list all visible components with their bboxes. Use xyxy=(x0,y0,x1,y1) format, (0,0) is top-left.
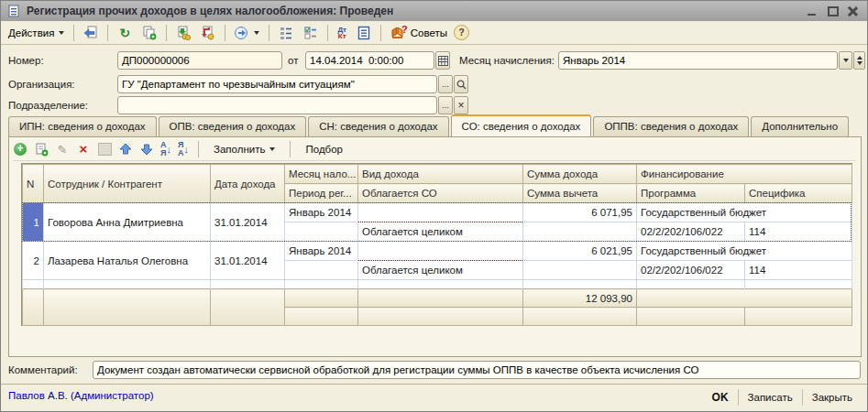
current-user: Павлов А.В. (Администратор) xyxy=(8,390,154,401)
table-toolbar: + ✎ × АЯ↓ ЯА↓ Заполнить Подбор xyxy=(13,138,856,161)
checklist-icon xyxy=(303,26,318,40)
end-icon xyxy=(98,143,112,156)
copy-button[interactable] xyxy=(138,23,160,42)
reread-button[interactable] xyxy=(80,23,102,42)
program-cell[interactable]: 02/2/202/106/022 xyxy=(637,222,745,242)
organization-label: Организация: xyxy=(8,75,75,93)
tab-bar: ИПН: сведения о доходах ОПВ: сведения о … xyxy=(8,114,849,136)
advice-label: Советы xyxy=(411,27,447,38)
chevron-down-icon xyxy=(254,31,259,35)
statusbar-buttons: OK Записать Закрыть xyxy=(703,386,862,408)
month-dropdown-button[interactable] xyxy=(839,51,852,70)
department-field[interactable] xyxy=(117,96,437,114)
income-date-cell[interactable]: 31.01.2014 xyxy=(211,242,285,280)
tab-oppv[interactable]: ОППВ: сведения о доходах xyxy=(593,116,749,136)
pick-button[interactable]: Подбор xyxy=(300,143,348,156)
accrual-month-field[interactable] xyxy=(558,51,838,70)
main-toolbar: Действия ↻ ДтКт xyxy=(1,21,867,45)
accrual-month-label: Месяц начисления: xyxy=(459,51,555,70)
save-button[interactable]: Записать xyxy=(739,388,802,407)
journal-button[interactable] xyxy=(353,23,375,42)
table-row: 1 Говорова Анна Дмитриевна 31.01.2014 Ян… xyxy=(23,203,852,222)
document-icon xyxy=(6,4,21,18)
income-date-cell[interactable]: 31.01.2014 xyxy=(211,203,285,242)
organization-field[interactable] xyxy=(117,75,437,93)
toolbar-separator xyxy=(327,25,328,41)
taxable-cell[interactable]: Облагается целиком xyxy=(358,261,523,280)
number-field[interactable] xyxy=(117,51,282,70)
date-field[interactable] xyxy=(305,51,434,70)
delete-row-button[interactable]: × xyxy=(76,142,91,157)
col-income-sum: Сумма дохода xyxy=(523,165,637,184)
tax-month-cell[interactable]: Январь 2014 xyxy=(285,242,358,261)
specifics-cell[interactable]: 114 xyxy=(745,222,852,242)
toolbar-separator xyxy=(380,25,381,41)
month-spinner[interactable] xyxy=(853,51,865,70)
income-sum-cell[interactable]: 6 071,95 xyxy=(523,203,637,222)
statusbar-divider xyxy=(1,384,868,385)
list-setup-button[interactable] xyxy=(300,23,322,42)
edit-row-button[interactable]: ✎ xyxy=(55,142,70,157)
close-button[interactable]: Закрыть xyxy=(803,388,862,407)
tab-ipn[interactable]: ИПН: сведения о доходах xyxy=(8,116,157,136)
program-cell[interactable]: 02/2/202/106/022 xyxy=(637,261,745,280)
advice-button[interactable]: ? Советы xyxy=(387,23,451,42)
structure-button[interactable] xyxy=(275,23,297,42)
table-row: 2 Лазарева Наталья Олеговна 31.01.2014 Я… xyxy=(23,242,852,261)
funding-cell[interactable]: Государственный бюджет xyxy=(637,203,852,222)
organization-select-button[interactable]: ... xyxy=(438,75,453,93)
calendar-button[interactable] xyxy=(435,51,450,70)
comment-field[interactable] xyxy=(93,361,861,379)
deduction-sum-cell[interactable] xyxy=(523,222,637,242)
income-sum-cell[interactable]: 6 021,95 xyxy=(523,242,637,261)
pencil-icon: ✎ xyxy=(58,143,68,157)
goto-button[interactable] xyxy=(231,23,263,42)
income-kind-cell[interactable] xyxy=(358,203,523,222)
help-icon[interactable]: ? xyxy=(454,25,469,40)
set-end-button[interactable] xyxy=(97,142,112,157)
funding-cell[interactable]: Государственный бюджет xyxy=(637,242,852,261)
department-select-button[interactable]: ... xyxy=(438,96,453,114)
employee-cell[interactable]: Лазарева Наталья Олеговна xyxy=(44,242,211,280)
copy-row-button[interactable] xyxy=(34,142,49,157)
department-label: Подразделение: xyxy=(8,96,88,114)
postings-button[interactable]: ДтКт xyxy=(334,23,350,42)
unpost-button[interactable] xyxy=(197,23,219,42)
row-number-cell[interactable]: 1 xyxy=(23,203,44,242)
fill-button[interactable]: Заполнить xyxy=(208,143,280,156)
row-number-cell[interactable]: 2 xyxy=(23,242,44,280)
post-button[interactable] xyxy=(172,23,194,42)
close-icon[interactable] xyxy=(847,5,858,16)
tab-sn[interactable]: СН: сведения о доходах xyxy=(308,116,448,136)
refresh-button[interactable]: ↻ xyxy=(114,23,136,42)
maximize-icon[interactable] xyxy=(827,5,838,16)
add-row-button[interactable]: + xyxy=(13,142,27,157)
reg-period-cell[interactable] xyxy=(285,222,358,242)
sort-asc-button[interactable]: АЯ↓ xyxy=(160,141,171,157)
spin-up-icon xyxy=(857,56,863,60)
tax-month-cell[interactable]: Январь 2014 xyxy=(285,203,358,222)
taxable-cell[interactable]: Облагается целиком xyxy=(358,222,523,242)
minimize-icon[interactable] xyxy=(807,5,818,16)
income-kind-cell[interactable] xyxy=(358,242,523,261)
actions-menu-button[interactable]: Действия xyxy=(5,23,68,42)
journal-icon xyxy=(357,26,371,40)
move-down-button[interactable] xyxy=(139,142,154,157)
specifics-cell[interactable]: 114 xyxy=(745,261,852,280)
ok-button[interactable]: OK xyxy=(703,388,738,407)
toolbar-separator xyxy=(290,141,291,157)
col-funding: Финансирование xyxy=(637,165,852,184)
tab-additional[interactable]: Дополнительно xyxy=(751,116,849,136)
move-up-button[interactable] xyxy=(118,142,133,157)
tab-opv[interactable]: ОПВ: сведения о доходах xyxy=(159,116,307,136)
employee-cell[interactable]: Говорова Анна Дмитриевна xyxy=(44,203,211,242)
organization-open-button[interactable] xyxy=(454,75,468,93)
department-clear-button[interactable]: × xyxy=(454,96,468,114)
reg-period-cell[interactable] xyxy=(285,261,358,280)
sort-desc-button[interactable]: ЯА↓ xyxy=(178,141,189,157)
delete-icon: × xyxy=(80,143,88,156)
tab-so[interactable]: СО: сведения о доходах xyxy=(451,114,592,136)
deduction-sum-cell[interactable] xyxy=(523,261,637,280)
titlebar: Регистрация прочих доходов в целях налог… xyxy=(1,1,867,21)
toolbar-separator xyxy=(166,25,167,41)
